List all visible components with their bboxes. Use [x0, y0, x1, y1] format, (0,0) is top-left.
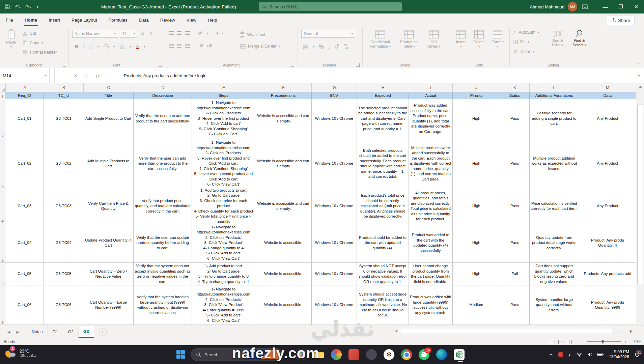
- find-select-button[interactable]: Find &Select ▾: [569, 30, 589, 48]
- expand-formula-bar-icon[interactable]: ▾: [634, 68, 644, 83]
- cell-G2[interactable]: Windows 10 / Chrome: [312, 99, 357, 138]
- comma-style-icon[interactable]: ,: [328, 44, 330, 50]
- cell-B4[interactable]: G3-TC03: [44, 189, 83, 223]
- cell-M7[interactable]: Product: Any produ Quantity: 9999: [579, 285, 636, 325]
- cell-M3[interactable]: Any Product: [579, 138, 636, 189]
- borders-icon[interactable]: [104, 44, 109, 49]
- cell-E2[interactable]: 1- Navigate to https://automationexercis…: [192, 99, 255, 138]
- cell-J2[interactable]: High: [453, 99, 500, 138]
- maximize-button[interactable]: ❐: [613, 0, 628, 13]
- cell-I4[interactable]: All product prices, quantities, and tota…: [409, 189, 452, 223]
- cell-C1[interactable]: Title: [83, 92, 134, 99]
- column-header-K[interactable]: K: [500, 83, 530, 92]
- cell-E6[interactable]: 1- Add product to cart 2- Go to Cart pag…: [192, 263, 255, 285]
- cell-F1[interactable]: Precondetions: [255, 92, 311, 99]
- sheet-tab-g2[interactable]: G2: [63, 326, 79, 338]
- align-center-icon[interactable]: [177, 44, 181, 48]
- percent-icon[interactable]: %: [319, 44, 324, 50]
- row-header-5[interactable]: 5: [0, 223, 5, 263]
- cell-C4[interactable]: Verify Cart Item Price & Quantity: [83, 189, 134, 223]
- cell-I6[interactable]: User cannot change product quantity from…: [409, 263, 452, 285]
- cell-D3[interactable]: Verify that the user can add more than o…: [134, 138, 192, 189]
- horizontal-scrollbar-thumb[interactable]: [401, 329, 612, 333]
- cell-I2[interactable]: Product was added successfully to the ca…: [409, 99, 452, 138]
- zoom-out-icon[interactable]: −: [581, 339, 584, 344]
- font-dialog-launcher-icon[interactable]: [159, 63, 162, 67]
- cell-I7[interactable]: Product was added with large quantity (9…: [409, 285, 452, 325]
- cell-L1[interactable]: Additional Foramtions: [530, 92, 579, 99]
- cell-D6[interactable]: Verify that the system does not accept i…: [134, 263, 192, 285]
- tab-data[interactable]: Data: [133, 13, 155, 26]
- zoom-level[interactable]: 70%: [633, 339, 641, 344]
- column-header-A[interactable]: A: [6, 83, 44, 92]
- next-sheet-icon[interactable]: ▶: [16, 330, 19, 334]
- row-header-3[interactable]: 3: [0, 138, 5, 189]
- redo-icon[interactable]: ↷▾: [25, 4, 31, 10]
- cell-F6[interactable]: Website is accessible.: [255, 263, 311, 285]
- zoom-slider[interactable]: [587, 341, 621, 342]
- cell-G5[interactable]: Windows 10 / Chrome: [312, 223, 357, 263]
- clipboard-dialog-launcher-icon[interactable]: [63, 63, 66, 67]
- cell-D7[interactable]: Verify that the system handles large qua…: [134, 285, 192, 325]
- font-size-combo[interactable]: 11▾: [120, 30, 137, 38]
- align-top-icon[interactable]: [169, 31, 174, 35]
- taskbar-clock[interactable]: 9:09 PM 13/04/2026: [609, 349, 629, 360]
- shrink-font-icon[interactable]: Aˇ: [149, 31, 153, 36]
- format-as-table-button[interactable]: Format asTable ▾: [396, 30, 422, 49]
- number-dialog-launcher-icon[interactable]: [356, 63, 360, 67]
- chrome-icon[interactable]: [401, 349, 412, 360]
- cell-H2[interactable]: The selected product should be added suc…: [357, 99, 409, 138]
- orientation-icon[interactable]: ab: [198, 31, 203, 36]
- paste-button[interactable]: Paste▾: [3, 29, 19, 49]
- format-cells-button[interactable]: Format▾: [489, 30, 506, 49]
- cell-A4[interactable]: Cart_03: [5, 189, 44, 223]
- cell-B2[interactable]: G3-TC01: [44, 99, 83, 138]
- cell-M4[interactable]: Any Product: [579, 189, 636, 223]
- cell-H5[interactable]: Product should be added to the cart with…: [357, 223, 409, 263]
- decrease-indent-icon[interactable]: [198, 44, 203, 48]
- increase-decimal-icon[interactable]: ←0.00: [334, 44, 339, 50]
- decrease-decimal-icon[interactable]: .00→0: [343, 44, 348, 50]
- fill-color-icon[interactable]: [120, 44, 125, 49]
- sort-filter-button[interactable]: AZ Sort &Filter ▾: [548, 30, 567, 48]
- column-header-I[interactable]: I: [409, 83, 453, 92]
- column-header-L[interactable]: L: [530, 83, 579, 92]
- undo-icon[interactable]: ↶▾: [15, 4, 21, 10]
- vertical-scrollbar[interactable]: [636, 83, 644, 326]
- cell-D5[interactable]: Verify that the user can update product …: [134, 223, 192, 263]
- cell-L7[interactable]: System handles large quantity input with…: [530, 285, 579, 325]
- cell-J5[interactable]: High: [453, 223, 500, 263]
- cell-D4[interactable]: Verify that product price, quantity, and…: [134, 189, 192, 223]
- cell-E1[interactable]: Steps: [192, 92, 255, 99]
- tab-view[interactable]: View: [181, 13, 202, 26]
- prev-sheet-icon[interactable]: ◀: [7, 330, 10, 334]
- tab-insert[interactable]: Insert: [43, 13, 66, 26]
- minimize-button[interactable]: —: [597, 0, 613, 13]
- start-button[interactable]: [176, 350, 186, 359]
- column-header-B[interactable]: B: [44, 83, 83, 92]
- cell-B3[interactable]: G3-TC02: [44, 138, 83, 189]
- cell-K6[interactable]: Fail: [500, 263, 530, 285]
- cell-J7[interactable]: Medium: [453, 285, 500, 325]
- number-format-combo[interactable]: General▾: [301, 30, 355, 38]
- fill-button[interactable]: Fill▾: [513, 39, 529, 44]
- row-header-4[interactable]: 4: [0, 189, 5, 223]
- customize-qat-icon[interactable]: ▼: [36, 5, 39, 9]
- save-icon[interactable]: [5, 4, 10, 9]
- cell-K1[interactable]: Status: [500, 92, 530, 99]
- cell-L3[interactable]: Multiple product addition works as expec…: [530, 138, 579, 189]
- row-header-7[interactable]: 7: [0, 285, 5, 325]
- align-middle-icon[interactable]: [177, 31, 181, 35]
- cell-B7[interactable]: G3-TC06: [44, 285, 83, 325]
- cell-M1[interactable]: Data: [579, 92, 636, 99]
- cell-J6[interactable]: High: [453, 263, 500, 285]
- align-bottom-icon[interactable]: [185, 31, 190, 35]
- reading-order-icon[interactable]: >¶: [215, 31, 219, 35]
- cancel-icon[interactable]: ✕: [74, 73, 78, 78]
- cell-J3[interactable]: High: [453, 138, 500, 189]
- tab-file[interactable]: File: [0, 13, 19, 26]
- cell-F4[interactable]: Website is accessible and cart is empty.: [255, 189, 311, 223]
- edge-icon[interactable]: [436, 349, 447, 360]
- cell-G3[interactable]: Windows 10 / Chrome: [312, 138, 357, 189]
- enter-icon[interactable]: ✓: [85, 73, 89, 78]
